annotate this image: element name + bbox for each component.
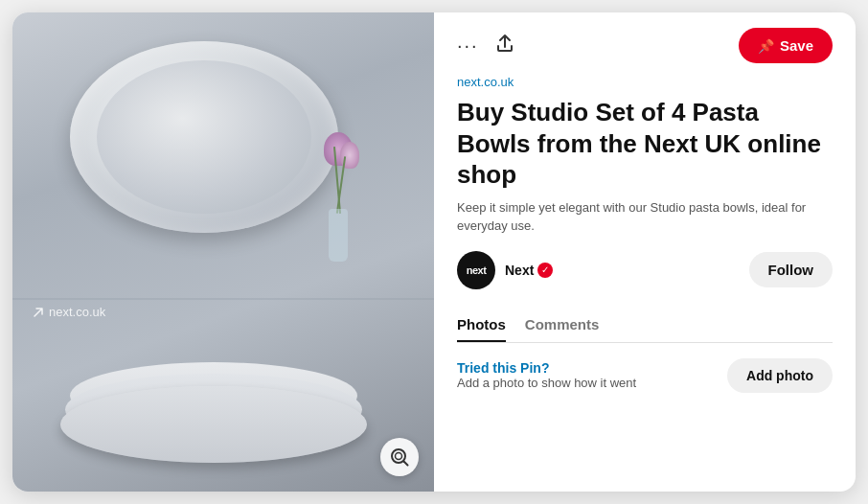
stacked-bowls [51, 309, 377, 463]
tried-title[interactable]: Tried this Pin? [457, 360, 636, 376]
tabs-row: Photos Comments [457, 309, 833, 343]
pin-content-panel: ··· 📌 Save next.co.uk Buy Studio Set of … [434, 12, 856, 492]
pin-description: Keep it simple yet elegant with our Stud… [457, 198, 833, 236]
top-actions-row: ··· 📌 Save [457, 28, 833, 63]
pin-icon: 📌 [758, 38, 774, 54]
pin-title: Buy Studio Set of 4 Pasta Bowls from the… [457, 97, 833, 191]
more-options-button[interactable]: ··· [457, 34, 479, 57]
tried-text-wrap: Tried this Pin? Add a photo to show how … [457, 360, 636, 390]
tried-section: Tried this Pin? Add a photo to show how … [457, 358, 833, 393]
creator-name-wrap: Next ✓ [505, 263, 553, 278]
shelf-divider [12, 298, 434, 300]
arrow-icon [32, 306, 45, 319]
svg-line-2 [404, 462, 408, 466]
source-link[interactable]: next.co.uk [457, 75, 833, 89]
creator-avatar[interactable]: next [457, 251, 495, 289]
pin-card: next.co.uk ··· [12, 12, 856, 492]
lens-button[interactable] [380, 438, 419, 476]
lens-icon [389, 447, 410, 468]
follow-button[interactable]: Follow [749, 252, 834, 287]
share-button[interactable] [494, 33, 515, 58]
creator-info: next Next ✓ [457, 251, 553, 289]
avatar-text: next [467, 264, 487, 276]
save-button[interactable]: 📌 Save [739, 28, 833, 63]
tried-subtitle: Add a photo to show how it went [457, 376, 636, 390]
creator-name: Next [505, 263, 534, 278]
bowl-top [70, 41, 338, 233]
verified-badge: ✓ [537, 263, 553, 278]
tab-photos[interactable]: Photos [457, 309, 506, 342]
pin-image-panel: next.co.uk [12, 12, 434, 492]
flower-vase [319, 127, 357, 262]
tab-comments[interactable]: Comments [525, 309, 600, 342]
add-photo-button[interactable]: Add photo [727, 358, 833, 393]
svg-point-1 [396, 453, 402, 460]
share-icon [494, 33, 515, 54]
icon-group: ··· [457, 33, 515, 58]
creator-row: next Next ✓ Follow [457, 251, 833, 289]
